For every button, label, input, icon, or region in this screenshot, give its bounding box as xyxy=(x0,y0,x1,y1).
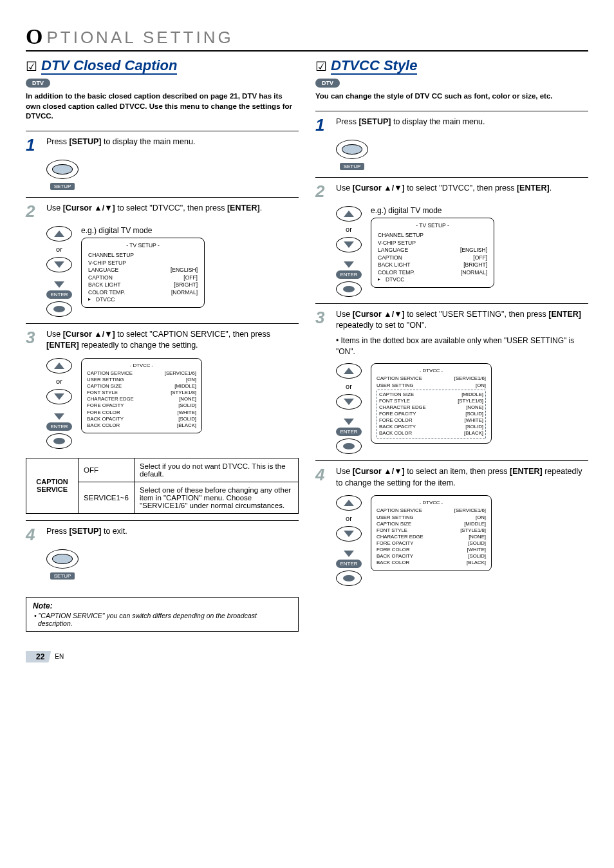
panel-row: BACK COLOR[BLACK] xyxy=(87,422,196,429)
setup-button-graphic: SETUP xyxy=(336,140,368,171)
chapter-title: O PTIONAL SETTING xyxy=(26,26,588,52)
panel-row: DTVCC xyxy=(88,296,198,303)
table-opt-service: SERVICE1~6 xyxy=(79,482,135,513)
enter-button-icon xyxy=(343,443,355,449)
eg-label: e.g.) digital TV mode xyxy=(81,226,153,235)
tv-setup-panel: - TV SETUP -CHANNEL SETUPV-CHIP SETUPLAN… xyxy=(81,238,205,308)
table-desc-off: Select if you do not want DTVCC. This is… xyxy=(134,458,298,482)
step3-note: • Items in the dotted box are available … xyxy=(336,335,588,357)
t: Press xyxy=(336,117,358,126)
panel-row: USER SETTING[ON] xyxy=(87,377,196,383)
panel-row: CAPTION SERVICE[SERVICE1/6] xyxy=(377,375,486,382)
chapter-letter: O xyxy=(26,26,45,48)
panel-row: LANGUAGE[ENGLISH] xyxy=(378,247,487,254)
table-opt-off: OFF xyxy=(79,458,135,482)
dtvcc-panel-user: - DTVCC -CAPTION SERVICE[SERVICE1/6]USER… xyxy=(371,363,492,443)
panel-row: BACK LIGHT[BRIGHT] xyxy=(378,261,487,269)
down-arrow-icon xyxy=(54,393,64,400)
t: Use xyxy=(336,184,353,193)
step-number: 2 xyxy=(315,183,330,200)
dtv-badge: DTV xyxy=(315,79,340,88)
cursor-graphic: or ENTER xyxy=(336,495,362,586)
enter-button-icon xyxy=(343,575,355,581)
panel-row: V-CHIP SETUP xyxy=(378,240,487,247)
step1-text-b: to display the main menu. xyxy=(101,137,195,146)
up-arrow-icon xyxy=(344,368,354,374)
panel-row: BACK OPACITY[SOLID] xyxy=(87,416,196,422)
setup-button-label: SETUP xyxy=(50,183,75,190)
panel-row: FORE COLOR[WHITE] xyxy=(87,410,196,416)
panel-row: FORE OPACITY[SOLID] xyxy=(379,411,483,417)
down-arrow-icon xyxy=(54,261,64,268)
left-step3: 3 Use [Cursor ▲/▼] to select "CAPTION SE… xyxy=(26,323,299,520)
enter-key: [ENTER] xyxy=(46,341,79,350)
note-body: • "CAPTION SERVICE" you can switch diffe… xyxy=(33,612,292,627)
down-arrow-icon xyxy=(344,419,354,425)
right-step2: 2 Use [Cursor ▲/▼] to select "DTVCC", th… xyxy=(315,177,588,303)
panel-row: BACK LIGHT[BRIGHT] xyxy=(88,281,198,288)
tv-setup-panel: - TV SETUP -CHANNEL SETUPV-CHIP SETUPLAN… xyxy=(371,218,494,288)
setup-key: [SETUP] xyxy=(69,137,101,146)
panel-row: USER SETTING[ON] xyxy=(377,382,486,389)
enter-key: [ENTER] xyxy=(510,467,543,476)
page-en: EN xyxy=(55,653,64,660)
t: Press xyxy=(46,527,69,536)
t: repeatedly to change the setting. xyxy=(79,341,198,350)
dotted-box: CAPTION SIZE[MIDDLE]FONT STYLE[STYLE1/8]… xyxy=(377,390,486,439)
panel-row: BACK OPACITY[SOLID] xyxy=(379,424,483,430)
panel-row: CAPTION[OFF] xyxy=(88,274,198,281)
t: to select "USER SETTING", then press xyxy=(405,310,549,319)
step-number: 3 xyxy=(26,329,40,346)
panel-row: FONT STYLE[STYLE1/8] xyxy=(377,527,486,534)
left-step1: 1 Press [SETUP] to display the main menu… xyxy=(26,131,299,197)
up-arrow-icon xyxy=(344,500,354,506)
up-arrow-icon xyxy=(344,211,354,217)
panel-row: FORE COLOR[WHITE] xyxy=(377,547,486,553)
enter-label: ENTER xyxy=(336,270,361,279)
t: Use xyxy=(46,330,63,339)
right-column: ☑ DTVCC Style DTV You can change the sty… xyxy=(315,58,588,632)
panel-row: CAPTION SIZE[MIDDLE] xyxy=(377,521,486,527)
setup-button-label: SETUP xyxy=(50,572,75,580)
down-arrow-icon xyxy=(54,281,64,288)
enter-button-icon xyxy=(343,286,355,292)
setup-button-graphic: SETUP xyxy=(46,160,79,191)
nav-or: or xyxy=(346,514,352,522)
nav-or: or xyxy=(346,382,352,390)
down-arrow-icon xyxy=(54,413,64,420)
t: to select "DTVCC", then press xyxy=(115,203,227,212)
enter-key: [ENTER] xyxy=(517,184,550,193)
step-number: 4 xyxy=(26,526,40,543)
panel-row: CHARACTER EDGE[NONE] xyxy=(379,404,483,411)
t: to select an item, then press xyxy=(405,467,510,476)
cursor-key: [Cursor ▲/▼] xyxy=(63,203,115,212)
enter-button-icon xyxy=(53,438,65,444)
right-step1: 1 Press [SETUP] to display the main menu… xyxy=(315,111,588,177)
enter-key: [ENTER] xyxy=(548,310,581,319)
step1-text-a: Press xyxy=(46,137,69,146)
t: to exit. xyxy=(101,527,127,536)
setup-key: [SETUP] xyxy=(358,117,391,126)
t: Use xyxy=(336,310,353,319)
left-step2: 2 Use [Cursor ▲/▼] to select "DTVCC", th… xyxy=(26,197,299,323)
enter-label: ENTER xyxy=(46,290,71,299)
page-footer: 22 EN xyxy=(26,651,588,663)
cursor-key: [Cursor ▲/▼] xyxy=(63,330,115,339)
down-arrow-icon xyxy=(344,261,354,268)
dtvcc-panel-item: - DTVCC -CAPTION SERVICE[SERVICE1/6]USER… xyxy=(371,495,492,571)
setup-key: [SETUP] xyxy=(69,527,101,536)
panel-row: CAPTION SERVICE[SERVICE1/6] xyxy=(377,507,486,514)
check-icon: ☑ xyxy=(315,59,327,74)
panel-row: FORE OPACITY[SOLID] xyxy=(87,402,196,409)
enter-key: [ENTER] xyxy=(227,203,260,212)
caption-service-table: CAPTION SERVICE OFF Select if you do not… xyxy=(26,458,299,514)
page-number: 22 xyxy=(26,651,51,663)
down-arrow-icon xyxy=(344,399,354,405)
panel-row: CHARACTER EDGE[NONE] xyxy=(87,396,196,402)
nav-or: or xyxy=(346,225,352,233)
t: to select "DTVCC", then press xyxy=(405,184,517,193)
panel-row: FONT STYLE[STYLE1/8] xyxy=(379,398,483,404)
panel-row: CHANNEL SETUP xyxy=(378,232,487,239)
panel-row: BACK COLOR[BLACK] xyxy=(377,560,486,566)
left-intro: In addition to the basic closed caption … xyxy=(26,91,299,122)
